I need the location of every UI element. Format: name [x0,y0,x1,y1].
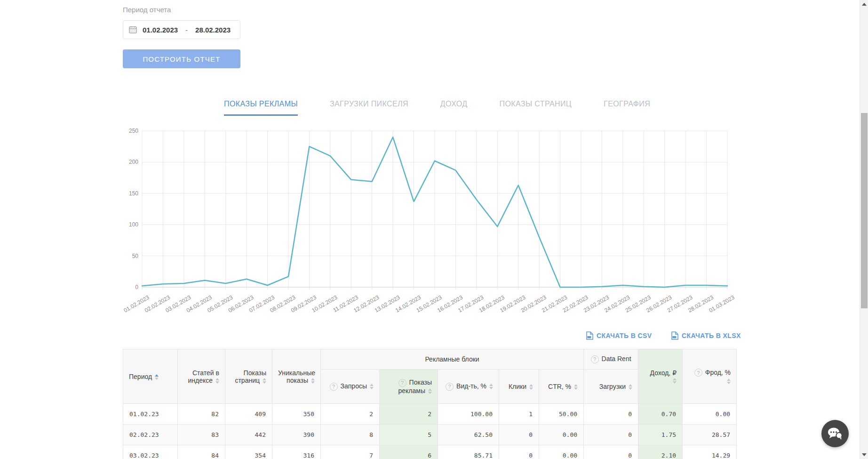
help-icon[interactable]: ? [591,355,599,363]
sort-icon [529,384,533,390]
column-header-income[interactable]: Доход, ₽ [638,349,683,404]
calendar-icon [129,26,137,33]
scrollbar-thumb[interactable] [861,113,868,308]
report-page: Период отчета 01.02.2023 - 28.02.2023 ПО… [0,0,868,459]
help-icon[interactable]: ? [398,379,406,387]
help-icon[interactable]: ? [446,383,454,391]
download-csv-link[interactable]: СКАЧАТЬ В CSV [586,331,652,340]
column-label: Запросы [341,382,367,390]
column-header-fraud[interactable]: ?Фрод, % [683,349,737,404]
group-label: Data Rent [602,355,631,362]
cell-articles: 83 [178,425,225,445]
cell-period: 01.02.23 [123,404,178,425]
column-label: CTR, % [548,383,571,390]
column-header-unique_views[interactable]: Уникальные показы [272,349,321,404]
y-axis-label: 200 [129,159,138,165]
sort-icon [215,378,219,384]
cell-visibility: 85.71 [438,445,499,459]
column-label: Уникальные показы [278,369,315,384]
cell-unique_views: 350 [272,404,321,425]
column-header-ad_impressions[interactable]: ?Показы рекламы [380,370,438,404]
tab-4[interactable]: ГЕОГРАФИЯ [604,100,650,116]
column-label: Доход, ₽ [650,369,677,377]
y-axis-label: 150 [129,190,138,197]
column-label: Период [129,373,152,380]
y-axis-label: 250 [129,128,138,134]
report-table: ПериодСтатей в индексеПоказы страницУник… [123,349,737,459]
line-chart-svg: 05010015020025001.02.202302.02.202303.02… [118,126,736,320]
cell-ctr: 50.00 [539,404,584,425]
date-to: 28.02.2023 [195,26,231,34]
download-xlsx-label: СКАЧАТЬ В XLSX [682,332,741,339]
date-range-input[interactable]: 01.02.2023 - 28.02.2023 [123,20,240,39]
vertical-scrollbar [860,0,868,459]
cell-loads: 0 [584,404,638,425]
table-row: 02.02.23834423908562.5000.0001.7528.57 [123,425,737,445]
help-icon[interactable]: ? [694,369,702,377]
column-header-period[interactable]: Период [123,349,178,404]
column-header-visibility[interactable]: ?Вид-ть, % [438,370,499,404]
cell-clicks: 0 [499,425,539,445]
column-label: Показы страниц [235,369,266,384]
sort-icon [489,384,493,389]
column-label: Загрузки [599,383,626,390]
sort-icon [673,378,677,384]
cell-period: 02.02.23 [123,425,178,445]
sort-icon [727,378,731,384]
cell-visibility: 100.00 [438,404,499,425]
scroll-down-arrow-icon[interactable] [862,453,867,456]
download-csv-label: СКАЧАТЬ В CSV [597,332,652,339]
cell-unique_views: 316 [272,445,321,459]
cell-fraud: 14.29 [683,445,737,459]
cell-articles: 82 [178,404,225,425]
cell-clicks: 1 [499,404,539,425]
sort-icon [629,384,632,390]
cell-fraud: 28.57 [683,425,737,445]
period-label: Период отчета [123,6,240,14]
group-header-data_rent: ?Data Rent [584,349,638,370]
column-header-page_views[interactable]: Показы страниц [225,349,272,404]
column-header-requests[interactable]: ?Запросы [321,370,380,404]
ad-impressions-line-chart: 05010015020025001.02.202302.02.202303.02… [118,126,736,322]
y-axis-label: 100 [129,221,138,228]
cell-ad_impressions: 6 [380,445,438,459]
cell-income: 1.75 [638,425,683,445]
y-axis-label: 0 [135,284,138,290]
cell-requests: 8 [321,425,380,445]
column-label: Фрод, % [705,369,731,376]
cell-loads: 0 [584,425,638,445]
column-header-articles[interactable]: Статей в индексе [178,349,225,404]
cell-page_views: 409 [225,404,272,425]
table-row: 01.02.238240935022100.00150.0000.700.00 [123,404,737,425]
scroll-up-arrow-icon[interactable] [862,3,867,6]
file-xlsx-icon [671,331,678,340]
tab-2[interactable]: ДОХОД [440,100,468,116]
cell-articles: 84 [178,445,225,459]
column-header-ctr[interactable]: CTR, % [539,370,584,404]
column-label: Клики [509,383,526,390]
tab-1[interactable]: ЗАГРУЗКИ ПИКСЕЛЯ [330,100,408,116]
cell-period: 03.02.23 [123,445,178,459]
cell-loads: 0 [584,445,638,459]
sort-icon [574,384,578,390]
cell-requests: 2 [321,404,380,425]
sort-icon [370,384,374,389]
cell-ctr: 0.00 [539,425,584,445]
column-label: Вид-ть, % [456,382,486,390]
build-report-button[interactable]: ПОСТРОИТЬ ОТЧЕТ [123,49,240,68]
tab-0[interactable]: ПОКАЗЫ РЕКЛАМЫ [224,100,298,116]
cell-requests: 7 [321,445,380,459]
chat-button[interactable] [821,420,849,447]
column-header-clicks[interactable]: Клики [499,370,539,404]
table-row: 03.02.23843543167685.7100.0002.1014.29 [123,445,737,459]
tab-3[interactable]: ПОКАЗЫ СТРАНИЦ [500,100,572,116]
cell-clicks: 0 [499,445,539,459]
cell-ad_impressions: 2 [380,404,438,425]
help-icon[interactable]: ? [330,383,338,391]
column-header-loads[interactable]: Загрузки [584,370,638,404]
date-separator: - [185,26,188,34]
download-xlsx-link[interactable]: СКАЧАТЬ В XLSX [671,331,741,340]
report-controls: Период отчета 01.02.2023 - 28.02.2023 ПО… [123,6,240,68]
group-header-ad_blocks: Рекламные блоки [321,349,584,370]
y-axis-label: 50 [132,253,139,259]
